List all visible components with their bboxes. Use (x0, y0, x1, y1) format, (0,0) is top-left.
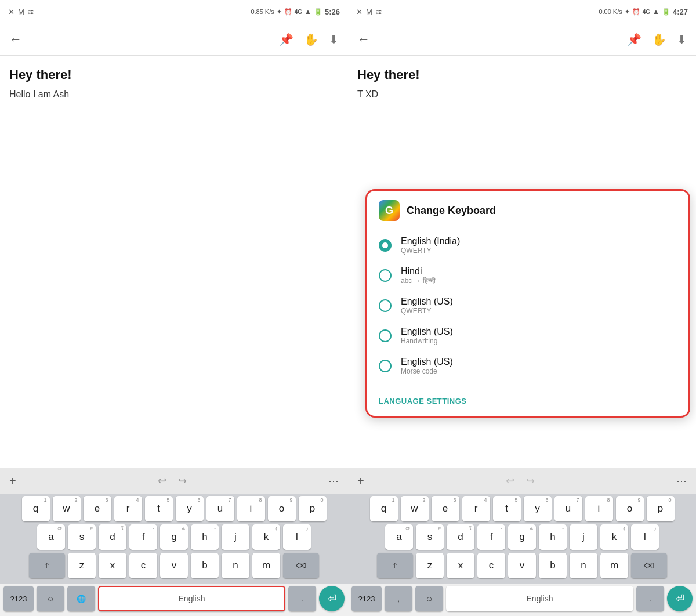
key-g-r[interactable]: &g (508, 524, 536, 550)
redo-button[interactable]: ↪ (178, 474, 187, 487)
key-r-r[interactable]: 4r (462, 496, 490, 521)
key-n-r[interactable]: n (570, 553, 597, 578)
key-c-r[interactable]: c (477, 553, 505, 578)
dialog-option-hindi[interactable]: Hindi abc → हिन्दी (367, 260, 688, 291)
signal-icon-r: ▲ (652, 8, 659, 16)
hand-icon-r[interactable]: ✋ (652, 32, 666, 46)
key-shift[interactable]: ⇧ (29, 553, 65, 578)
key-emoji-left[interactable]: ☺ (37, 586, 64, 611)
key-x[interactable]: x (99, 553, 126, 578)
key-v-r[interactable]: v (508, 553, 536, 578)
key-t-r[interactable]: 5t (493, 496, 521, 521)
key-q[interactable]: 1q (22, 496, 50, 521)
key-m[interactable]: m (252, 553, 280, 578)
hand-icon[interactable]: ✋ (304, 32, 318, 46)
dialog-option-english-us-qwerty[interactable]: English (US) QWERTY (367, 291, 688, 321)
pin-icon[interactable]: 📌 (279, 32, 293, 46)
key-m-r[interactable]: m (600, 553, 628, 578)
key-k[interactable]: (k (252, 524, 280, 550)
key-shift-r[interactable]: ⇧ (377, 553, 413, 578)
more-button[interactable]: ⋯ (328, 474, 339, 487)
undo-button-r[interactable]: ↩ (506, 474, 514, 487)
key-n[interactable]: n (222, 553, 249, 578)
key-l[interactable]: )l (283, 524, 311, 550)
key-backspace[interactable]: ⌫ (283, 553, 319, 578)
key-e-r[interactable]: 3e (432, 496, 459, 521)
key-l-r[interactable]: )l (631, 524, 659, 550)
key-o-r[interactable]: 9o (616, 496, 644, 521)
download-icon-r[interactable]: ⬇ (677, 32, 687, 46)
key-d[interactable]: ₹d (99, 524, 126, 550)
key-u-r[interactable]: 7u (554, 496, 582, 521)
key-enter-left[interactable]: ⏎ (319, 586, 345, 611)
key-w[interactable]: 2w (53, 496, 81, 521)
key-num-right[interactable]: ?123 (351, 586, 382, 611)
key-o[interactable]: 9o (268, 496, 296, 521)
key-w-r[interactable]: 2w (401, 496, 429, 521)
key-f[interactable]: -f (129, 524, 157, 550)
key-comma-right[interactable]: , (385, 586, 412, 611)
change-keyboard-dialog[interactable]: G Change Keyboard English (India) QWERTY… (365, 189, 690, 418)
signal-icon: ▲ (304, 8, 311, 16)
key-i[interactable]: 8i (237, 496, 265, 521)
key-c[interactable]: c (129, 553, 157, 578)
pin-icon-r[interactable]: 📌 (627, 32, 641, 46)
key-emoji-right[interactable]: ☺ (415, 586, 443, 611)
key-q-r[interactable]: 1q (370, 496, 398, 521)
key-num-left[interactable]: ?123 (3, 586, 34, 611)
key-h-r[interactable]: -h (539, 524, 567, 550)
key-s[interactable]: #s (68, 524, 96, 550)
key-space-right[interactable]: English (446, 586, 633, 611)
key-globe-left[interactable]: 🌐 (67, 586, 95, 611)
option-main-hindi: Hindi (401, 266, 436, 277)
back-button[interactable]: ← (9, 32, 22, 47)
key-s-r[interactable]: #s (416, 524, 444, 550)
key-y-r[interactable]: 6y (524, 496, 552, 521)
key-space-left[interactable]: English (98, 586, 285, 611)
key-j[interactable]: +j (222, 524, 249, 550)
key-a-r[interactable]: @a (385, 524, 413, 550)
status-bar-right: ✕ M ≋ 0.00 K/s ✦ ⏰ 4G ▲ 🔋 4:27 (348, 0, 696, 23)
key-enter-right[interactable]: ⏎ (667, 586, 693, 611)
key-v[interactable]: v (160, 553, 188, 578)
toolbar-right-icons-r: 📌 ✋ ⬇ (627, 32, 687, 46)
key-period-right[interactable]: . (636, 586, 664, 611)
language-settings-button[interactable]: LANGUAGE SETTINGS (367, 391, 688, 411)
key-x-r[interactable]: x (447, 553, 474, 578)
key-g[interactable]: &g (160, 524, 188, 550)
key-h[interactable]: -h (191, 524, 219, 550)
undo-button[interactable]: ↩ (158, 474, 166, 487)
key-period-left[interactable]: . (288, 586, 316, 611)
key-a[interactable]: @a (37, 524, 65, 550)
key-b-r[interactable]: b (539, 553, 567, 578)
key-e[interactable]: 3e (84, 496, 111, 521)
key-d-r[interactable]: ₹d (447, 524, 474, 550)
option-sub-english-us-morse: Morse code (401, 367, 453, 375)
redo-button-r[interactable]: ↪ (526, 474, 535, 487)
download-icon[interactable]: ⬇ (329, 32, 339, 46)
key-i-r[interactable]: 8i (585, 496, 613, 521)
key-u[interactable]: 7u (206, 496, 234, 521)
key-r[interactable]: 4r (114, 496, 142, 521)
key-backspace-r[interactable]: ⌫ (631, 553, 667, 578)
key-k-r[interactable]: (k (600, 524, 628, 550)
dialog-option-english-us-morse[interactable]: English (US) Morse code (367, 351, 688, 381)
more-button-r[interactable]: ⋯ (676, 474, 687, 487)
key-t[interactable]: 5t (145, 496, 173, 521)
back-button-r[interactable]: ← (357, 32, 370, 47)
notification-icon-x: ✕ (8, 8, 14, 16)
add-button-r[interactable]: + (357, 474, 364, 488)
key-p[interactable]: 0p (299, 496, 327, 521)
dialog-option-english-india[interactable]: English (India) QWERTY (367, 230, 688, 260)
network-label: 4G (295, 9, 302, 15)
key-y[interactable]: 6y (176, 496, 204, 521)
key-b[interactable]: b (191, 553, 219, 578)
add-button[interactable]: + (9, 474, 16, 488)
key-p-r[interactable]: 0p (647, 496, 675, 521)
key-j-r[interactable]: +j (570, 524, 597, 550)
toolbar-right-icons: 📌 ✋ ⬇ (279, 32, 339, 46)
key-z-r[interactable]: z (416, 553, 444, 578)
key-z[interactable]: z (68, 553, 96, 578)
dialog-option-english-us-handwriting[interactable]: English (US) Handwriting (367, 321, 688, 351)
key-f-r[interactable]: -f (477, 524, 505, 550)
